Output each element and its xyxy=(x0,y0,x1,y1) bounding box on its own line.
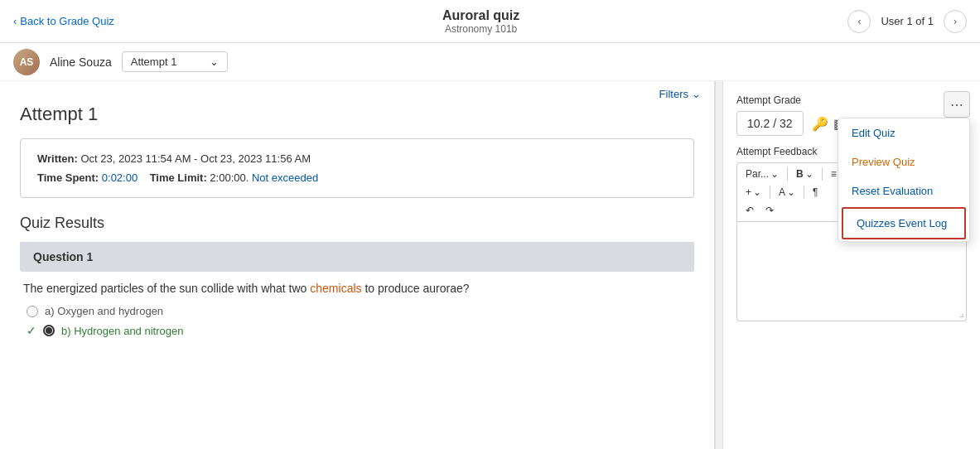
question-text-before: The energized particles of the sun colli… xyxy=(23,282,307,295)
back-chevron-icon: ‹ xyxy=(13,15,17,27)
option-b-radio xyxy=(43,325,55,336)
add-dropdown[interactable]: + ⌄ xyxy=(742,185,765,200)
time-spent-value: 0:02:00 xyxy=(102,171,138,184)
par-chevron-icon: ⌄ xyxy=(770,168,779,180)
option-b-text: b) Hydrogen and nitrogen xyxy=(61,325,183,337)
key-icon[interactable]: 🔑 xyxy=(812,116,828,132)
attempt-grade-label: Attempt Grade xyxy=(736,94,967,106)
question-1-label: Question 1 xyxy=(33,250,93,263)
written-row: Written: Oct 23, 2023 11:54 AM - Oct 23,… xyxy=(37,152,677,165)
more-options-button[interactable]: ⋯ xyxy=(944,91,970,118)
option-a-text: a) Oxygen and hydrogen xyxy=(45,305,163,317)
left-panel: Filters ⌄ Attempt 1 Written: Oct 23, 202… xyxy=(0,81,715,449)
style-button[interactable]: ¶ xyxy=(809,185,821,200)
attempt-select-label: Attempt 1 xyxy=(131,56,177,68)
toolbar-divider-4 xyxy=(804,186,804,199)
question-1-header: Question 1 xyxy=(20,242,694,272)
option-b: ✓ b) Hydrogen and nitrogen xyxy=(20,324,694,337)
right-panel: ⋯ Attempt Grade 10.2 / 32 🔑 ▩ Attempt Fe… xyxy=(723,81,980,449)
back-to-grade-quiz-link[interactable]: ‹ Back to Grade Quiz xyxy=(13,15,114,27)
toolbar-divider-1 xyxy=(787,167,788,181)
correct-check-icon: ✓ xyxy=(27,324,36,337)
font-label: A xyxy=(779,186,785,198)
back-label: Back to Grade Quiz xyxy=(20,15,113,27)
undo-button[interactable]: ↶ xyxy=(742,203,757,218)
time-row: Time Spent: 0:02:00 Time Limit: 2:00:00.… xyxy=(37,171,677,184)
resize-handle-icon: ⌟ xyxy=(959,307,964,319)
question-text-highlight: chemicals xyxy=(310,282,361,295)
toolbar-divider-2 xyxy=(822,167,823,181)
add-label: + xyxy=(746,186,751,198)
option-a: a) Oxygen and hydrogen xyxy=(20,305,694,317)
question-text-after: to produce aurorae? xyxy=(364,282,469,295)
dropdown-menu: Edit Quiz Preview Quiz Reset Evaluation … xyxy=(838,118,970,242)
toolbar-divider-3 xyxy=(770,186,770,199)
bold-label: B xyxy=(796,168,804,180)
grade-box[interactable]: 10.2 / 32 xyxy=(736,111,804,136)
preview-quiz-item[interactable]: Preview Quiz xyxy=(838,147,969,176)
time-limit-value: 2:00:00. xyxy=(210,171,249,184)
edit-quiz-item[interactable]: Edit Quiz xyxy=(838,118,969,147)
written-value: Oct 23, 2023 11:54 AM - Oct 23, 2023 11:… xyxy=(81,152,311,165)
filters-link[interactable]: Filters ⌄ xyxy=(659,88,701,100)
prev-user-button[interactable]: ‹ xyxy=(847,10,871,33)
quiz-title: Auroral quiz xyxy=(442,8,519,23)
mid-separator xyxy=(715,81,723,449)
add-chevron-icon: ⌄ xyxy=(753,186,761,198)
course-label: Astronomy 101b xyxy=(442,23,519,35)
next-user-button[interactable]: › xyxy=(944,10,967,33)
paragraph-dropdown[interactable]: Par... ⌄ xyxy=(742,167,782,181)
avatar: AS xyxy=(13,49,40,75)
header-title: Auroral quiz Astronomy 101b xyxy=(442,8,519,35)
user-label: User 1 of 1 xyxy=(881,15,934,27)
font-chevron-icon: ⌄ xyxy=(787,186,795,198)
attempt-info-box: Written: Oct 23, 2023 11:54 AM - Oct 23,… xyxy=(20,138,694,198)
style-label: ¶ xyxy=(813,186,818,198)
attempt-select-dropdown[interactable]: Attempt 1 ⌄ xyxy=(122,51,229,72)
question-text: The energized particles of the sun colli… xyxy=(20,282,694,295)
header-right: ‹ User 1 of 1 › xyxy=(847,10,967,33)
chevron-down-icon: ⌄ xyxy=(210,56,219,68)
sub-header: AS Aline Souza Attempt 1 ⌄ xyxy=(0,43,980,81)
content-area: Attempt 1 Written: Oct 23, 2023 11:54 AM… xyxy=(0,104,714,357)
avatar-image: AS xyxy=(13,49,40,75)
quizzes-event-log-item[interactable]: Quizzes Event Log xyxy=(842,207,966,239)
font-dropdown[interactable]: A ⌄ xyxy=(775,185,799,200)
bold-dropdown[interactable]: B ⌄ xyxy=(793,167,817,181)
quiz-results-title: Quiz Results xyxy=(20,215,694,232)
header: ‹ Back to Grade Quiz Auroral quiz Astron… xyxy=(0,0,980,43)
reset-evaluation-item[interactable]: Reset Evaluation xyxy=(838,176,969,205)
bold-chevron-icon: ⌄ xyxy=(805,168,813,180)
time-spent-label: Time Spent: xyxy=(37,171,99,184)
filters-label: Filters xyxy=(659,88,688,100)
par-label: Par... xyxy=(746,168,769,180)
written-label: Written: xyxy=(37,152,78,165)
attempt-title: Attempt 1 xyxy=(20,104,694,125)
filters-chevron-icon: ⌄ xyxy=(692,88,701,100)
redo-button[interactable]: ↷ xyxy=(762,203,777,218)
filters-bar: Filters ⌄ xyxy=(0,81,714,104)
option-b-radio-inner xyxy=(46,327,52,334)
option-a-radio xyxy=(27,306,38,317)
time-limit-label: Time Limit: xyxy=(150,171,207,184)
not-exceeded: Not exceeded xyxy=(252,171,318,184)
header-left: ‹ Back to Grade Quiz xyxy=(13,15,114,27)
main-container: Filters ⌄ Attempt 1 Written: Oct 23, 202… xyxy=(0,81,980,449)
align-label: ≡ xyxy=(831,168,837,180)
user-name: Aline Souza xyxy=(50,56,112,69)
